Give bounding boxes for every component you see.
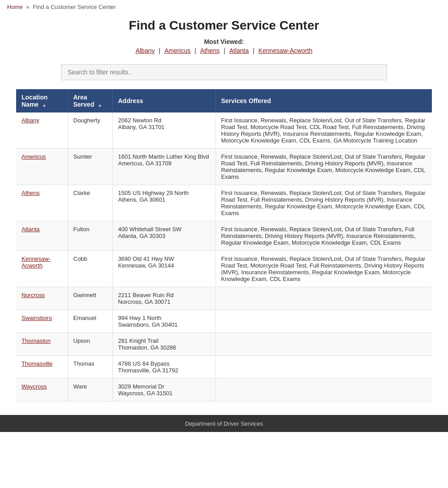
cell-address: 400 Whitehall Street SWAtlanta, GA 30303 [112,221,215,251]
most-viewed-link-athens[interactable]: Athens [200,47,220,54]
locations-table: LocationName ▲ AreaServed ▲ Address Serv… [16,89,432,402]
breadcrumb-separator: » [26,4,29,10]
cell-area: Dougherty [68,112,112,149]
location-link[interactable]: Swainsboro [22,315,52,321]
cell-location: Norcross [16,287,68,310]
table-row: AthensClarke1505 US Highway 29 NorthAthe… [16,185,432,221]
table-header-row: LocationName ▲ AreaServed ▲ Address Serv… [16,89,432,112]
cell-location: Swainsboro [16,310,68,333]
cell-services: First Issuance, Renewals, Replace Stolen… [215,251,432,287]
cell-area: Thomas [68,356,112,379]
cell-services: First Issuance, Renewals, Replace Stolen… [215,221,432,251]
cell-address: 1505 US Highway 29 NorthAthens, GA 30601 [112,185,215,221]
most-viewed-label: Most Viewed: [0,38,448,45]
cell-address: 2062 Newton RdAlbany, GA 31701 [112,112,215,149]
cell-location: Kennesaw-Acworth [16,251,68,287]
most-viewed-link-americus[interactable]: Americus [164,47,190,54]
col-header-area[interactable]: AreaServed ▲ [68,89,112,112]
table-row: ThomastonUpson281 Knight TrailThomaston,… [16,333,432,356]
table-row: NorcrossGwinnett2211 Beaver Ruin RdNorcr… [16,287,432,310]
col-header-address: Address [112,89,215,112]
table-row: AtlantaFulton400 Whitehall Street SWAtla… [16,221,432,251]
table-row: WaycrossWare3029 Memorial DrWaycross, GA… [16,379,432,402]
page-header: Find a Customer Service Center [0,14,448,35]
search-input[interactable] [61,64,387,80]
breadcrumb-current: Find a Customer Service Center [33,4,116,10]
cell-location: Thomaston [16,333,68,356]
separator-4: | [253,47,256,54]
separator-2: | [194,47,198,54]
footer-bar: Department of Driver Services [0,415,448,432]
cell-area: Emanuel [68,310,112,333]
cell-address: 4788 US 84 BypassThomasville, GA 31792 [112,356,215,379]
location-link[interactable]: Norcross [22,292,45,298]
cell-area: Upson [68,333,112,356]
cell-location: Americus [16,149,68,185]
cell-location: Waycross [16,379,68,402]
footer-link[interactable]: Department of Driver Services [185,420,263,427]
cell-address: 3029 Memorial DrWaycross, GA 31501 [112,379,215,402]
cell-area: Ware [68,379,112,402]
table-row: AmericusSumter1601 North Martin Luther K… [16,149,432,185]
cell-services [215,356,432,379]
cell-location: Thomasville [16,356,68,379]
col-header-area-label: AreaServed [73,94,95,108]
cell-location: Albany [16,112,68,149]
location-link[interactable]: Athens [22,190,39,196]
breadcrumb: Home » Find a Customer Service Center [0,0,448,14]
cell-services [215,333,432,356]
cell-services: First Issuance, Renewals, Replace Stolen… [215,185,432,221]
table-row: ThomasvilleThomas4788 US 84 BypassThomas… [16,356,432,379]
cell-address: 2211 Beaver Ruin RdNorcross, GA 30071 [112,287,215,310]
most-viewed-link-atlanta[interactable]: Atlanta [229,47,249,54]
most-viewed-link-albany[interactable]: Albany [136,47,155,54]
cell-services [215,379,432,402]
col-header-services: Services Offered [215,89,432,112]
cell-services: First Issuance, Renewals, Replace Stolen… [215,112,432,149]
location-link[interactable]: Albany [22,117,39,124]
table-row: Kennesaw-AcworthCobb3690 Old 41 Hwy NWKe… [16,251,432,287]
cell-address: 1601 North Martin Luther King BlvdAmeric… [112,149,215,185]
location-link[interactable]: Waycross [22,383,47,390]
cell-services [215,310,432,333]
cell-area: Clarke [68,185,112,221]
table-container: LocationName ▲ AreaServed ▲ Address Serv… [9,89,439,415]
separator-3: | [224,47,227,54]
cell-area: Gwinnett [68,287,112,310]
cell-address: 994 Hwy 1 NorthSwainsboro, GA 30401 [112,310,215,333]
location-link[interactable]: Thomasville [22,360,52,367]
cell-area: Cobb [68,251,112,287]
location-link[interactable]: Atlanta [22,226,39,233]
location-sort-icon: ▲ [42,103,47,108]
location-link[interactable]: Thomaston [22,337,51,344]
col-header-address-label: Address [118,97,143,104]
table-row: SwainsboroEmanuel994 Hwy 1 NorthSwainsbo… [16,310,432,333]
cell-location: Atlanta [16,221,68,251]
location-link[interactable]: Kennesaw-Acworth [22,255,51,269]
cell-address: 281 Knight TrailThomaston, GA 30286 [112,333,215,356]
most-viewed-links: Albany | Americus | Athens | Atlanta | K… [0,45,448,58]
location-link[interactable]: Americus [22,153,46,160]
cell-location: Athens [16,185,68,221]
search-container [54,64,394,80]
separator-1: | [159,47,162,54]
cell-services [215,287,432,310]
cell-area: Sumter [68,149,112,185]
most-viewed-section: Most Viewed: Albany | Americus | Athens … [0,35,448,60]
col-header-location[interactable]: LocationName ▲ [16,89,68,112]
page-title: Find a Customer Service Center [0,18,448,33]
col-header-services-label: Services Offered [221,97,271,104]
most-viewed-link-kennesaw[interactable]: Kennesaw-Acworth [258,47,313,54]
table-row: AlbanyDougherty2062 Newton RdAlbany, GA … [16,112,432,149]
area-sort-icon: ▲ [98,103,102,108]
cell-services: First Issuance, Renewals, Replace Stolen… [215,149,432,185]
breadcrumb-home-link[interactable]: Home [7,4,23,10]
cell-area: Fulton [68,221,112,251]
cell-address: 3690 Old 41 Hwy NWKennesaw, GA 30144 [112,251,215,287]
